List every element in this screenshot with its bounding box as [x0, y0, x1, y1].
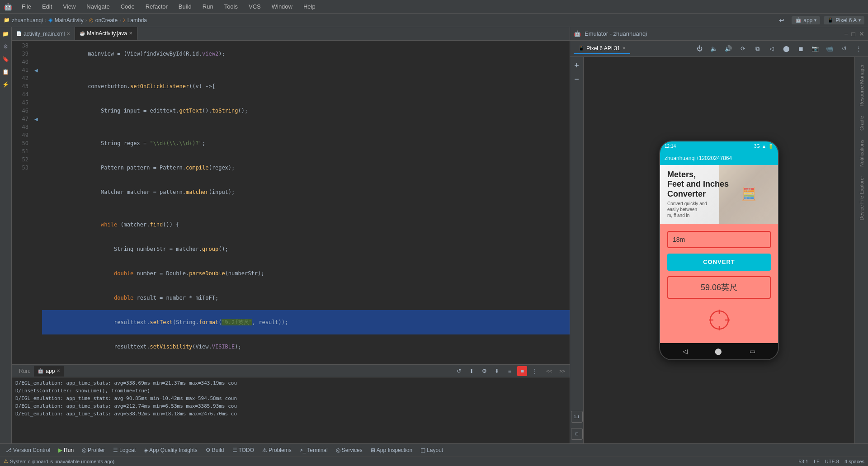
- sidebar-bookmarks-btn[interactable]: 🔖: [1, 54, 11, 64]
- phone-recents-btn[interactable]: ▭: [750, 348, 755, 355]
- menu-navigate[interactable]: Navigate: [85, 2, 111, 11]
- tool-profiler[interactable]: ◎ Profiler: [78, 445, 108, 456]
- problems-icon: ⚠: [262, 447, 267, 453]
- code-line-45: Matcher matcher = pattern.matcher(input)…: [42, 180, 570, 204]
- menu-code[interactable]: Code: [119, 2, 137, 11]
- tool-build[interactable]: ⚙ Build: [202, 445, 228, 456]
- tool-run[interactable]: ▶ Run: [55, 445, 77, 456]
- status-position[interactable]: 53:1: [799, 459, 808, 464]
- menu-refactor[interactable]: Refactor: [144, 2, 170, 11]
- emu-undo-btn[interactable]: ↺: [838, 43, 850, 55]
- menu-edit[interactable]: Edit: [40, 2, 54, 11]
- run-stop-btn[interactable]: ⬆: [467, 366, 476, 376]
- sidebar-project-btn[interactable]: 📁: [1, 29, 11, 39]
- emu-record-btn[interactable]: 📹: [824, 43, 835, 55]
- emu-more-btn[interactable]: ⋮: [853, 43, 864, 55]
- run-tab-close[interactable]: ✕: [57, 368, 60, 373]
- status-charset[interactable]: UTF-8: [825, 459, 839, 464]
- emulator-tab-close[interactable]: ✕: [622, 46, 626, 51]
- emu-snapshot-btn[interactable]: 📷: [809, 43, 821, 55]
- phone-input-field[interactable]: 18m: [667, 231, 771, 248]
- code-line-51: resulttext.setText(String.format("%.2f英尺…: [42, 310, 570, 334]
- status-indent[interactable]: 4 spaces: [844, 459, 864, 464]
- breadcrumb-project[interactable]: zhuanhuanqi: [12, 17, 43, 24]
- tool-problems[interactable]: ⚠ Problems: [259, 445, 295, 456]
- phone-convert-label: CONVERT: [703, 259, 735, 265]
- menu-help[interactable]: Help: [302, 2, 317, 11]
- emulator-title: Emulator - zhuanhuanqi: [585, 30, 840, 37]
- resource-manager-label[interactable]: Resource Manager: [858, 61, 865, 110]
- menu-tools[interactable]: Tools: [222, 2, 240, 11]
- tool-services[interactable]: ◎ Services: [332, 445, 366, 456]
- emulator-body: + − 1:1 ⊡ 12:14 3G ▲ 🔋: [570, 57, 868, 443]
- menu-window[interactable]: Window: [270, 2, 294, 11]
- emu-minus-btn[interactable]: −: [572, 74, 582, 84]
- menu-build[interactable]: Build: [177, 2, 193, 11]
- emulator-device-tab[interactable]: 📱 Pixel 6 API 31 ✕: [574, 43, 630, 54]
- tool-logcat[interactable]: ☰ Logcat: [109, 445, 139, 456]
- git-push-icon[interactable]: ↩: [777, 17, 786, 24]
- tool-todo[interactable]: ☰ TODO: [229, 445, 258, 456]
- tool-version-control[interactable]: ⎇ Version Control: [2, 445, 54, 456]
- maximize-btn[interactable]: □: [852, 30, 855, 38]
- menu-run[interactable]: Run: [201, 2, 215, 11]
- menu-vcs[interactable]: VCS: [247, 2, 263, 11]
- run-output-line-2: D/InsetsController: show(ime(), fromIme=…: [15, 387, 566, 395]
- emu-fit-btn[interactable]: ⊡: [571, 428, 583, 440]
- breadcrumb-lambda[interactable]: Lambda: [127, 17, 147, 24]
- run-panel: Run: 🤖 app ✕ ↺ ⬆ ⚙ ⬇ ≡ ■ ⋮: [12, 364, 570, 443]
- emu-back-btn[interactable]: ◁: [766, 43, 778, 55]
- emu-ratio-btn[interactable]: 1:1: [571, 411, 583, 423]
- tab-activity-main-xml[interactable]: 📄 activity_main.xml ✕: [12, 27, 75, 40]
- more-tabs-btn[interactable]: <<: [543, 367, 555, 375]
- phone-home-btn[interactable]: ⬤: [715, 348, 722, 355]
- minimize-btn[interactable]: −: [844, 30, 848, 38]
- sidebar-build-variants-btn[interactable]: ⚡: [1, 80, 11, 89]
- emu-vol-up-btn[interactable]: 🔊: [722, 43, 734, 55]
- phone-result-field: 59.06英尺: [667, 276, 771, 299]
- device-dropdown[interactable]: 📱 Pixel 6 A ▾: [824, 16, 864, 24]
- run-down-btn[interactable]: ⬇: [492, 366, 502, 376]
- code-lines[interactable]: mainview = (View)findViewById(R.id.view2…: [40, 41, 570, 364]
- emu-fold-btn[interactable]: ⧉: [751, 43, 763, 55]
- tool-layout[interactable]: ◫ Layout: [417, 445, 447, 456]
- tab-xml-close[interactable]: ✕: [66, 31, 70, 36]
- breadcrumb-class[interactable]: MainActivity: [55, 17, 84, 24]
- status-lf[interactable]: LF: [814, 459, 820, 464]
- run-app-tab[interactable]: 🤖 app ✕: [34, 366, 64, 377]
- tool-terminal[interactable]: >_ Terminal: [296, 445, 331, 456]
- emu-add-btn[interactable]: +: [572, 61, 582, 71]
- emu-home-btn[interactable]: ⬤: [780, 43, 792, 55]
- tool-app-inspection[interactable]: ⊞ App Inspection: [367, 445, 416, 456]
- build-label: Build: [212, 447, 224, 453]
- emu-square-btn[interactable]: ◼: [795, 43, 807, 55]
- phone-input-value: 18m: [673, 236, 685, 243]
- tool-app-quality[interactable]: ◈ App Quality Insights: [140, 445, 201, 456]
- close-btn[interactable]: ✕: [859, 30, 864, 38]
- emu-vol-down-btn[interactable]: 🔈: [708, 43, 720, 55]
- run-toggle-btn[interactable]: ⚙: [479, 366, 489, 376]
- menu-file[interactable]: File: [20, 2, 33, 11]
- run-stop-red-btn[interactable]: ■: [517, 366, 527, 376]
- run-more-btn[interactable]: ⋮: [530, 366, 540, 376]
- left-sidebar: 📁 ⚙ 🔖 📋 ⚡: [0, 27, 12, 443]
- phone-app-bar: zhuanhuanqi+12020247864: [660, 151, 778, 165]
- emu-power-btn[interactable]: ⏻: [693, 43, 705, 55]
- emu-rotate-btn[interactable]: ⟳: [737, 43, 749, 55]
- run-filter-btn[interactable]: ≡: [505, 366, 514, 376]
- phone-back-btn[interactable]: ◁: [683, 348, 688, 355]
- run-config-dropdown[interactable]: 🤖 app ▾: [792, 16, 820, 24]
- sidebar-commits-btn[interactable]: 📋: [1, 67, 11, 77]
- gradle-label[interactable]: Gradle: [858, 112, 865, 134]
- phone-convert-btn[interactable]: CONVERT: [667, 254, 771, 271]
- menu-view[interactable]: View: [61, 2, 77, 11]
- tab-java-close[interactable]: ✕: [129, 31, 132, 36]
- sidebar-structure-btn[interactable]: ⚙: [1, 42, 11, 52]
- tab-main-activity-java[interactable]: ☕ MainActivity.java ✕: [75, 27, 137, 40]
- more-tabs-btn2[interactable]: >>: [557, 367, 568, 375]
- notifications-label[interactable]: Notifications: [858, 136, 865, 170]
- run-rerun-btn[interactable]: ↺: [454, 366, 464, 376]
- breadcrumb-method[interactable]: onCreate: [95, 17, 118, 24]
- device-file-explorer-label[interactable]: Device File Explorer: [858, 172, 865, 224]
- code-area: 📄 activity_main.xml ✕ ☕ MainActivity.jav…: [12, 27, 570, 443]
